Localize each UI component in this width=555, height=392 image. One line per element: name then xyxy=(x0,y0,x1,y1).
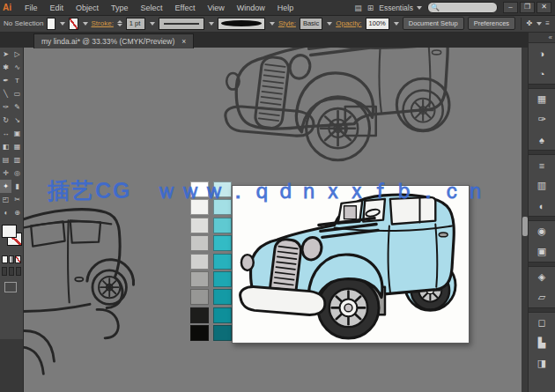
stroke-weight-dropdown-icon[interactable] xyxy=(150,22,155,26)
panel-color[interactable]: ◑ xyxy=(529,43,555,63)
workspace-switcher[interactable]: Essentials xyxy=(379,4,422,12)
magic-wand-tool[interactable]: ✱ xyxy=(0,61,11,74)
align-chevron-icon[interactable] xyxy=(536,22,542,26)
menu-list: FileEditObjectTypeSelectEffectViewWindow… xyxy=(18,2,300,14)
menu-edit[interactable]: Edit xyxy=(44,2,70,14)
menu-help[interactable]: Help xyxy=(271,2,300,14)
perspective-grid-tool[interactable]: ▦ xyxy=(11,140,23,153)
close-button[interactable]: ✕ xyxy=(536,2,551,13)
stroke-weight-stepper[interactable] xyxy=(117,20,122,26)
canvas[interactable]: 插艺CG ｗｗｗ．ｑｄｎｘｘｆｂ．ｃｎ xyxy=(23,48,522,392)
artboard-tool[interactable]: ◰ xyxy=(0,193,11,206)
panel-swatches[interactable]: ▦ xyxy=(529,89,555,109)
opacity-field[interactable]: 100% xyxy=(366,18,389,30)
bridge-icon[interactable]: ▤ xyxy=(354,4,362,12)
panel-appearance[interactable]: ◉ xyxy=(529,221,555,241)
panel-graphic-styles[interactable]: ▣ xyxy=(529,241,555,262)
line-segment-tool[interactable]: ╲ xyxy=(0,87,11,100)
gradient-button[interactable] xyxy=(9,255,15,263)
align-dropdown-icon[interactable]: ✤ xyxy=(527,19,533,27)
gradient-tool[interactable]: ▥ xyxy=(11,153,23,166)
style-link[interactable]: Style: xyxy=(278,19,296,27)
swatch-teal-7 xyxy=(213,289,232,305)
menu-object[interactable]: Object xyxy=(70,2,105,14)
document-setup-button[interactable]: Document Setup xyxy=(403,17,464,30)
draw-behind-icon[interactable] xyxy=(9,267,14,276)
style-dropdown-icon[interactable] xyxy=(327,22,332,26)
pencil-tool[interactable]: ✎ xyxy=(11,100,23,114)
menu-file[interactable]: File xyxy=(18,2,44,14)
zoom-tool[interactable]: ⊕ xyxy=(11,206,23,219)
menu-effect[interactable]: Effect xyxy=(169,2,202,14)
type-tool[interactable]: T xyxy=(11,74,23,87)
brush-definition-select[interactable] xyxy=(218,18,265,30)
width-profile-dropdown-icon[interactable] xyxy=(209,22,214,26)
tab-bar: my linda.ai* @ 33.33% (CMYK/Preview) × xyxy=(0,33,529,48)
panel-gradient[interactable]: ▥ xyxy=(529,175,555,196)
eyedropper-tool[interactable]: ✛ xyxy=(0,166,11,180)
draw-normal-icon[interactable] xyxy=(2,267,7,276)
selection-tool[interactable]: ➤ xyxy=(0,48,11,61)
panel-stroke[interactable]: ≡ xyxy=(529,155,555,175)
screen-mode-button[interactable] xyxy=(4,282,17,292)
dock-collapse-button[interactable]: « xyxy=(529,33,555,43)
restore-button[interactable]: ❐ xyxy=(520,2,535,13)
panel-align[interactable]: ▙ xyxy=(529,333,555,353)
panel-brushes[interactable]: ✑ xyxy=(529,109,555,129)
tab-close-icon[interactable]: × xyxy=(181,37,186,46)
panel-symbols[interactable]: ♠ xyxy=(529,129,555,150)
symbol-sprayer-tool[interactable]: ✦ xyxy=(0,180,11,193)
paintbrush-tool[interactable]: ✑ xyxy=(0,100,11,114)
search-input[interactable]: 🔍 xyxy=(427,2,498,13)
stroke-link[interactable]: Stroke: xyxy=(92,19,114,27)
draw-inside-icon[interactable] xyxy=(16,267,21,276)
stroke-dropdown-icon[interactable] xyxy=(83,22,88,26)
pen-tool[interactable]: ✒ xyxy=(0,74,11,87)
panel-transparency[interactable]: ◐ xyxy=(529,196,555,216)
panel-artboards[interactable]: ▱ xyxy=(529,287,555,307)
scale-tool[interactable]: ↘ xyxy=(11,114,23,127)
mesh-tool[interactable]: ▤ xyxy=(0,153,11,166)
artboard[interactable] xyxy=(232,185,470,344)
width-tool[interactable]: ↔ xyxy=(0,127,11,140)
menu-type[interactable]: Type xyxy=(105,2,135,14)
panel-layers[interactable]: ◈ xyxy=(529,267,555,287)
panel-color-guide[interactable]: ◔ xyxy=(529,63,555,84)
color-button[interactable] xyxy=(2,255,8,263)
minimize-button[interactable]: – xyxy=(503,2,518,13)
rotate-tool[interactable]: ↻ xyxy=(0,114,11,127)
hand-tool[interactable]: ◖ xyxy=(0,206,11,219)
panel-transform[interactable]: ◻ xyxy=(529,313,555,333)
stroke-weight-field[interactable]: 1 pt xyxy=(126,18,145,30)
fill-color-swatch[interactable] xyxy=(47,18,56,30)
menu-window[interactable]: Window xyxy=(231,2,271,14)
width-profile-select[interactable] xyxy=(159,18,204,30)
shape-builder-tool[interactable]: ◧ xyxy=(0,140,11,153)
none-button[interactable] xyxy=(15,255,21,263)
direct-selection-tool[interactable]: ▷ xyxy=(11,48,23,61)
arrange-documents-icon[interactable]: ⊞ xyxy=(367,4,374,12)
panel-pathfinder[interactable]: ◨ xyxy=(529,353,555,374)
free-transform-tool[interactable]: ▣ xyxy=(11,127,23,140)
workspace-label: Essentials xyxy=(379,4,413,12)
selection-status: No Selection xyxy=(4,19,43,27)
fill-stroke-indicator[interactable] xyxy=(0,225,23,255)
menu-select[interactable]: Select xyxy=(135,2,169,14)
column-graph-tool[interactable]: ▮ xyxy=(11,180,23,193)
slice-tool[interactable]: ✂ xyxy=(11,193,23,206)
preferences-button[interactable]: Preferences xyxy=(468,17,515,30)
line-art-car-top xyxy=(220,48,451,164)
opacity-link[interactable]: Opacity: xyxy=(336,19,361,27)
fill-dropdown-icon[interactable] xyxy=(60,22,65,26)
style-select[interactable]: Basic xyxy=(300,18,322,30)
opacity-dropdown-icon[interactable] xyxy=(394,22,399,26)
brush-dropdown-icon[interactable] xyxy=(270,22,275,26)
rectangle-tool[interactable]: ▭ xyxy=(11,87,23,100)
collapse-panel-icon[interactable]: ≡ xyxy=(545,19,555,27)
stroke-color-swatch[interactable] xyxy=(69,18,78,30)
fill-indicator[interactable] xyxy=(2,225,17,238)
blend-tool[interactable]: ◎ xyxy=(11,166,23,180)
document-tab[interactable]: my linda.ai* @ 33.33% (CMYK/Preview) × xyxy=(33,33,194,48)
lasso-tool[interactable]: ∿ xyxy=(11,61,23,74)
menu-view[interactable]: View xyxy=(201,2,230,14)
